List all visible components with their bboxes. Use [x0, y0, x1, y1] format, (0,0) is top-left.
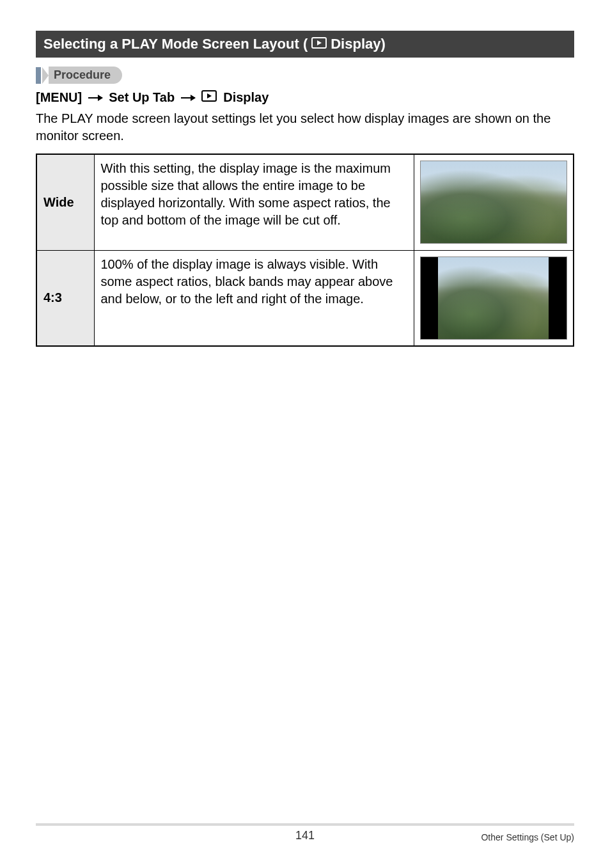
- procedure-badge: Procedure: [36, 67, 574, 84]
- thumbnail-43: [438, 257, 549, 339]
- footer-divider: [36, 823, 574, 826]
- option-desc: 100% of the display image is always visi…: [94, 250, 414, 346]
- procedure-arrow-icon: [42, 67, 49, 84]
- arrow-right-icon: [181, 97, 195, 99]
- table-row: 4:3 100% of the display image is always …: [36, 250, 574, 346]
- page-footer: 141 Other Settings (Set Up): [36, 823, 574, 842]
- page-number: 141: [295, 829, 315, 842]
- arrow-right-icon: [88, 97, 102, 99]
- option-name: Wide: [36, 154, 94, 250]
- heading-prefix: Selecting a PLAY Mode Screen Layout (: [43, 36, 308, 52]
- play-icon: [201, 90, 217, 105]
- footer-section-title: Other Settings (Set Up): [481, 832, 574, 842]
- procedure-marker: [36, 67, 41, 84]
- section-heading: Selecting a PLAY Mode Screen Layout ( Di…: [36, 31, 574, 58]
- thumbnail-43-wrapper: [420, 256, 567, 340]
- options-table: Wide With this setting, the display imag…: [36, 154, 574, 347]
- table-row: Wide With this setting, the display imag…: [36, 154, 574, 250]
- svg-marker-3: [207, 93, 212, 99]
- thumbnail-wide: [420, 161, 567, 244]
- procedure-label: Procedure: [49, 67, 122, 84]
- option-thumbnail-cell: [414, 250, 574, 346]
- breadcrumb-step-menu: [MENU]: [36, 90, 82, 105]
- play-icon: [311, 36, 327, 52]
- svg-marker-1: [317, 40, 322, 45]
- option-desc: With this setting, the display image is …: [94, 154, 414, 250]
- option-name: 4:3: [36, 250, 94, 346]
- heading-suffix: Display): [331, 36, 386, 52]
- breadcrumb-step-setuptab: Set Up Tab: [109, 90, 175, 105]
- breadcrumb-step-display: Display: [223, 90, 269, 105]
- option-thumbnail-cell: [414, 154, 574, 250]
- intro-text: The PLAY mode screen layout settings let…: [36, 110, 574, 145]
- breadcrumb: [MENU] Set Up Tab Display: [36, 90, 574, 105]
